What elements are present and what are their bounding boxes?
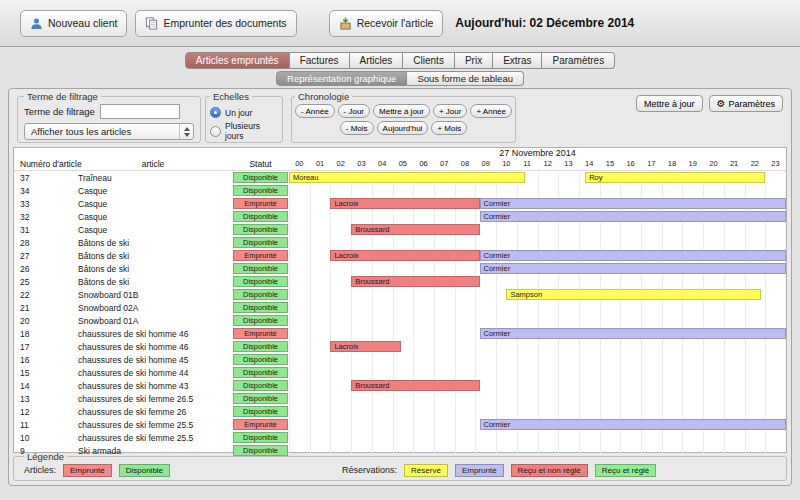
- chrono-button-mettre-a-jour[interactable]: Mettre à jour: [373, 104, 430, 118]
- article-name: Bâtons de ski: [74, 238, 232, 248]
- hour-label: 11: [517, 159, 538, 171]
- status-badge: Emprunté: [233, 250, 288, 261]
- user-icon: [30, 17, 43, 30]
- settings-button[interactable]: ⚙ Paramètres: [709, 95, 784, 112]
- radio-plusieurs-jours-icon[interactable]: [210, 126, 221, 137]
- radio-option-un-jour[interactable]: Un jour: [210, 107, 278, 118]
- radio-option-plusieurs-jours[interactable]: Plusieurs jours: [210, 121, 278, 141]
- receive-article-label: Recevoir l'article: [357, 17, 434, 29]
- chrono-button-jour[interactable]: + Jour: [433, 104, 467, 118]
- article-number: 26: [14, 264, 74, 274]
- article-name: chaussures de ski femme 25.5: [74, 433, 232, 443]
- hour-label: 07: [434, 159, 455, 171]
- reservation-bar[interactable]: Broussard: [351, 224, 479, 235]
- tab-clients[interactable]: Clients: [403, 52, 455, 69]
- status-cell: Emprunté: [232, 249, 289, 262]
- article-number: 21: [14, 303, 74, 313]
- status-cell: Disponible: [232, 236, 289, 249]
- status-badge: Emprunté: [233, 328, 288, 339]
- scale-group: Echelles Un jourPlusieurs jours: [205, 91, 283, 143]
- article-number: 33: [14, 199, 74, 209]
- hour-label: 22: [744, 159, 765, 171]
- column-header-status: Statut: [232, 159, 289, 169]
- receive-article-button[interactable]: Recevoir l'article: [329, 10, 444, 37]
- tab-prix[interactable]: Prix: [455, 52, 493, 69]
- new-client-button[interactable]: Nouveau client: [20, 10, 127, 37]
- timeline-cell: [289, 392, 786, 405]
- article-name: chaussures de ski femme 25.5: [74, 420, 232, 430]
- hour-label: 12: [537, 159, 558, 171]
- reservation-bar[interactable]: Lacroix: [330, 341, 400, 352]
- reservation-bar[interactable]: Lacroix: [330, 250, 479, 261]
- timeline-cell: Broussard: [289, 223, 786, 236]
- chrono-button-mois[interactable]: + Mois: [431, 121, 467, 135]
- reservation-bar[interactable]: Cormier: [480, 419, 786, 430]
- status-cell: Emprunté: [232, 418, 289, 431]
- tab-extras[interactable]: Extras: [493, 52, 542, 69]
- status-cell: Disponible: [232, 171, 289, 184]
- borrow-documents-button[interactable]: Emprunter des documents: [135, 10, 296, 37]
- status-cell: Disponible: [232, 405, 289, 418]
- reservation-bar[interactable]: Cormier: [480, 211, 786, 222]
- status-cell: Disponible: [232, 392, 289, 405]
- tab-articles-empruntes[interactable]: Articles empruntés: [185, 52, 290, 69]
- status-badge: Disponible: [233, 172, 288, 183]
- article-number: 13: [14, 394, 74, 404]
- status-badge: Disponible: [233, 341, 288, 352]
- reservation-bar[interactable]: Cormier: [480, 198, 786, 209]
- article-name: Bâtons de ski: [74, 251, 232, 261]
- timeline-cell: [289, 184, 786, 197]
- status-badge: Disponible: [233, 380, 288, 391]
- chrono-button-mois[interactable]: - Mois: [340, 121, 374, 135]
- status-badge: Disponible: [233, 263, 288, 274]
- reservation-bar[interactable]: Roy: [585, 172, 765, 183]
- status-badge: Disponible: [233, 276, 288, 287]
- status-badge: Disponible: [233, 237, 288, 248]
- timeline-cell: [289, 236, 786, 249]
- tab-factures[interactable]: Factures: [290, 52, 350, 69]
- reservation-bar[interactable]: Cormier: [480, 263, 786, 274]
- filter-input[interactable]: [100, 104, 180, 119]
- table-row: 12chaussures de ski femme 26Disponible: [14, 405, 786, 418]
- tab-articles[interactable]: Articles: [350, 52, 404, 69]
- article-filter-dropdown[interactable]: Afficher tous les articles: [24, 123, 194, 140]
- subtab-sous-forme-de-tableau[interactable]: Sous forme de tableau: [407, 71, 524, 86]
- article-name: Casque: [74, 186, 232, 196]
- reservation-bar[interactable]: Sampson: [506, 289, 761, 300]
- reservation-bar[interactable]: Lacroix: [330, 198, 479, 209]
- legend: Légende Articles:EmpruntéDisponibleRéser…: [13, 451, 787, 481]
- article-name: chaussures de ski femme 26.5: [74, 394, 232, 404]
- tab-parametres[interactable]: Paramètres: [542, 52, 615, 69]
- reservation-bar[interactable]: Cormier: [480, 250, 786, 261]
- status-badge: Disponible: [233, 367, 288, 378]
- chrono-button-annee[interactable]: - Année: [295, 104, 335, 118]
- update-button[interactable]: Mettre à jour: [636, 95, 703, 112]
- filter-group-title: Terme de filtrage: [24, 91, 101, 102]
- filter-group: Terme de filtrage Terme de filtrage Affi…: [17, 91, 201, 143]
- subtab-representation-graphique[interactable]: Représentation graphique: [276, 71, 407, 86]
- reservation-bar[interactable]: Moreau: [289, 172, 525, 183]
- hour-label: 17: [641, 159, 662, 171]
- article-name: Casque: [74, 199, 232, 209]
- article-number: 32: [14, 212, 74, 222]
- chrono-button-annee[interactable]: + Année: [470, 104, 512, 118]
- table-row: 28Bâtons de skiDisponible: [14, 236, 786, 249]
- article-number: 37: [14, 173, 74, 183]
- legend-chip-emprunte: Emprunté: [455, 464, 504, 477]
- article-name: chaussures de ski homme 44: [74, 368, 232, 378]
- article-name: Bâtons de ski: [74, 264, 232, 274]
- table-row: 14chaussures de ski homme 43DisponibleBr…: [14, 379, 786, 392]
- legend-chip-reserve: Réservé: [404, 464, 448, 477]
- legend-chip-disponible: Disponible: [119, 464, 170, 477]
- hour-label: 18: [662, 159, 683, 171]
- chrono-button-jour[interactable]: - Jour: [338, 104, 370, 118]
- article-number: 25: [14, 277, 74, 287]
- reservation-bar[interactable]: Broussard: [351, 380, 479, 391]
- reservation-bar[interactable]: Broussard: [351, 276, 479, 287]
- radio-un-jour-icon[interactable]: [210, 107, 221, 118]
- timeline-cell: LacroixCormier: [289, 197, 786, 210]
- reservation-bar[interactable]: Cormier: [480, 328, 786, 339]
- timeline-cell: Cormier: [289, 210, 786, 223]
- status-cell: Disponible: [232, 275, 289, 288]
- chrono-button-aujourd-hui[interactable]: Aujourd'hui: [377, 121, 429, 135]
